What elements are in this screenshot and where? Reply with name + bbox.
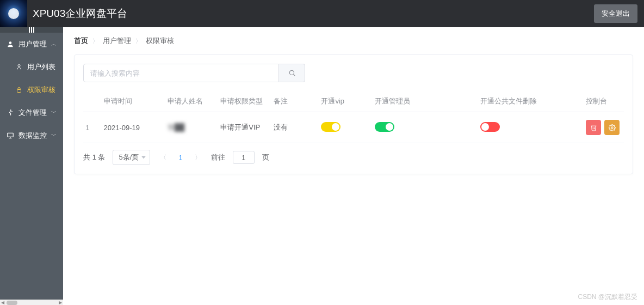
person-icon [15, 63, 23, 71]
sidebar-item-label: 数据监控 [18, 131, 47, 141]
sidebar-item-label: 用户列表 [27, 62, 55, 72]
svg-line-8 [293, 74, 295, 76]
table-header: 申请人姓名 [163, 91, 216, 112]
svg-point-1 [18, 65, 20, 67]
breadcrumb: 首页 〉 用户管理 〉 权限审核 [74, 34, 633, 48]
svg-rect-4 [8, 133, 14, 137]
breadcrumb-item[interactable]: 用户管理 [103, 36, 131, 46]
table-header: 开通vip [317, 91, 370, 112]
chevron-up-icon: ︿ [51, 40, 57, 48]
lock-icon [15, 86, 23, 94]
svg-point-0 [9, 41, 12, 44]
chevron-right-icon: 〉 [92, 37, 98, 45]
logout-button[interactable]: 安全退出 [594, 4, 637, 23]
goto-suffix: 页 [262, 152, 269, 162]
chevron-down-icon: ﹀ [51, 109, 57, 117]
search-icon [288, 69, 296, 77]
horizontal-scrollbar[interactable]: ◀ ▶ [0, 300, 63, 305]
content-card: 申请时间 申请人姓名 申请权限类型 备注 开通vip 开通管理员 开通公共文件删… [74, 54, 633, 174]
cell-permission-type: 申请开通VIP [216, 112, 269, 143]
main-content: 首页 〉 用户管理 〉 权限审核 申请时间 申请人姓名 申请权限类型 [63, 27, 644, 305]
table-header: 申请时间 [100, 91, 163, 112]
public-delete-switch[interactable] [480, 122, 500, 132]
sidebar-item-data-monitor[interactable]: 数据监控 ﹀ [0, 124, 63, 147]
run-icon [7, 109, 14, 117]
monitor-icon [7, 132, 14, 139]
table-header-row: 申请时间 申请人姓名 申请权限类型 备注 开通vip 开通管理员 开通公共文件删… [83, 91, 624, 112]
breadcrumb-item: 权限审核 [146, 36, 174, 46]
goto-page-input[interactable] [233, 151, 255, 164]
watermark: CSDN @沉默着忍受 [578, 292, 637, 302]
table-header: 控制台 [581, 91, 624, 112]
cell-vip [317, 112, 370, 143]
app-title: XPU03企业网盘平台 [33, 7, 127, 21]
search-button[interactable] [279, 64, 305, 82]
search-input[interactable] [83, 64, 279, 82]
scrollbar-thumb[interactable] [7, 301, 17, 305]
cell-note: 没有 [269, 112, 317, 143]
chevron-down-icon: ﹀ [51, 132, 57, 139]
sidebar-item-user-list[interactable]: 用户列表 [0, 56, 63, 78]
table-header: 备注 [269, 91, 317, 112]
table-header: 开通公共文件删除 [476, 91, 581, 112]
chevron-right-icon: 〉 [135, 37, 141, 45]
sidebar-item-user-mgmt[interactable]: 用户管理 ︿ [0, 33, 63, 56]
collapse-icon [29, 27, 34, 33]
cell-actions [581, 112, 624, 143]
scroll-right-arrow[interactable]: ▶ [58, 300, 63, 306]
scroll-left-arrow[interactable]: ◀ [0, 300, 5, 306]
prev-page-button[interactable]: 〈 [158, 153, 169, 162]
cell-apply-time: 2021-09-19 [100, 112, 163, 143]
admin-switch[interactable] [375, 122, 394, 132]
sidebar-item-file-mgmt[interactable]: 文件管理 ﹀ [0, 101, 63, 124]
sidebar-collapse-toggle[interactable] [0, 27, 63, 33]
sidebar-item-label: 用户管理 [18, 39, 47, 49]
header-left: XPU03企业网盘平台 [0, 0, 127, 27]
table-row: 1 2021-09-19 张██ 申请开通VIP 没有 [83, 112, 624, 143]
page-number[interactable]: 1 [176, 154, 184, 162]
vip-switch[interactable] [321, 122, 340, 132]
pagination: 共 1 条 5条/页 〈 1 〉 前往 页 [83, 150, 624, 165]
next-page-button[interactable]: 〉 [193, 153, 203, 162]
app-logo [0, 0, 27, 27]
sidebar-item-permission-review[interactable]: 权限审核 [0, 78, 63, 101]
table-header: 申请权限类型 [216, 91, 269, 112]
app-header: XPU03企业网盘平台 安全退出 [0, 0, 644, 27]
search-row [83, 64, 624, 82]
delete-button[interactable] [586, 120, 601, 135]
cell-public-delete [476, 112, 581, 143]
sidebar: 用户管理 ︿ 用户列表 权限审核 文件管理 ﹀ [0, 27, 63, 305]
settings-button[interactable] [604, 120, 620, 135]
gear-icon [609, 124, 616, 131]
user-icon [7, 40, 14, 48]
goto-label: 前往 [211, 152, 225, 162]
sidebar-item-label: 权限审核 [27, 85, 55, 95]
svg-point-3 [10, 109, 11, 111]
breadcrumb-item[interactable]: 首页 [74, 36, 88, 46]
svg-point-7 [289, 70, 294, 75]
table-header: 开通管理员 [370, 91, 476, 112]
pagination-total: 共 1 条 [83, 152, 105, 162]
page-size-select[interactable]: 5条/页 [113, 150, 150, 165]
row-index: 1 [83, 112, 100, 143]
table-header [83, 91, 100, 112]
svg-rect-2 [17, 90, 21, 93]
cell-applicant-name: 张██ [163, 112, 216, 143]
cell-admin [370, 112, 476, 143]
trash-icon [590, 124, 597, 131]
svg-point-9 [611, 126, 612, 128]
sidebar-item-label: 文件管理 [18, 108, 47, 118]
data-table: 申请时间 申请人姓名 申请权限类型 备注 开通vip 开通管理员 开通公共文件删… [83, 91, 624, 143]
